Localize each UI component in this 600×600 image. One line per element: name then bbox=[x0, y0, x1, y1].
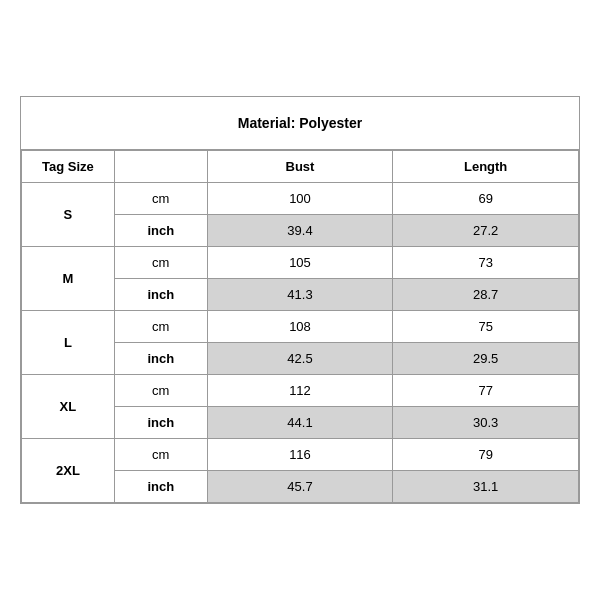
bust-inch: 39.4 bbox=[207, 215, 393, 247]
unit-cm: cm bbox=[114, 375, 207, 407]
header-tag-size: Tag Size bbox=[22, 151, 115, 183]
bust-inch: 42.5 bbox=[207, 343, 393, 375]
header-bust: Bust bbox=[207, 151, 393, 183]
length-inch: 28.7 bbox=[393, 279, 579, 311]
size-label: 2XL bbox=[22, 439, 115, 503]
length-cm: 77 bbox=[393, 375, 579, 407]
unit-cm: cm bbox=[114, 247, 207, 279]
length-cm: 75 bbox=[393, 311, 579, 343]
length-inch: 31.1 bbox=[393, 471, 579, 503]
unit-inch: inch bbox=[114, 215, 207, 247]
bust-inch: 44.1 bbox=[207, 407, 393, 439]
chart-title: Material: Polyester bbox=[21, 97, 579, 150]
size-chart-container: Material: Polyester Tag Size Bust Length… bbox=[20, 96, 580, 504]
unit-cm: cm bbox=[114, 439, 207, 471]
length-cm: 73 bbox=[393, 247, 579, 279]
table-row: Scm10069 bbox=[22, 183, 579, 215]
unit-inch: inch bbox=[114, 343, 207, 375]
header-length: Length bbox=[393, 151, 579, 183]
table-row: 2XLcm11679 bbox=[22, 439, 579, 471]
size-label: XL bbox=[22, 375, 115, 439]
header-unit bbox=[114, 151, 207, 183]
unit-cm: cm bbox=[114, 183, 207, 215]
table-row: XLcm11277 bbox=[22, 375, 579, 407]
length-inch: 29.5 bbox=[393, 343, 579, 375]
bust-cm: 116 bbox=[207, 439, 393, 471]
table-row: Mcm10573 bbox=[22, 247, 579, 279]
size-label: M bbox=[22, 247, 115, 311]
length-cm: 79 bbox=[393, 439, 579, 471]
size-label: L bbox=[22, 311, 115, 375]
size-table: Tag Size Bust Length Scm10069inch39.427.… bbox=[21, 150, 579, 503]
bust-cm: 100 bbox=[207, 183, 393, 215]
unit-inch: inch bbox=[114, 407, 207, 439]
table-row: Lcm10875 bbox=[22, 311, 579, 343]
bust-inch: 41.3 bbox=[207, 279, 393, 311]
bust-cm: 108 bbox=[207, 311, 393, 343]
size-label: S bbox=[22, 183, 115, 247]
bust-inch: 45.7 bbox=[207, 471, 393, 503]
bust-cm: 112 bbox=[207, 375, 393, 407]
length-inch: 30.3 bbox=[393, 407, 579, 439]
unit-inch: inch bbox=[114, 471, 207, 503]
length-inch: 27.2 bbox=[393, 215, 579, 247]
length-cm: 69 bbox=[393, 183, 579, 215]
unit-cm: cm bbox=[114, 311, 207, 343]
unit-inch: inch bbox=[114, 279, 207, 311]
bust-cm: 105 bbox=[207, 247, 393, 279]
